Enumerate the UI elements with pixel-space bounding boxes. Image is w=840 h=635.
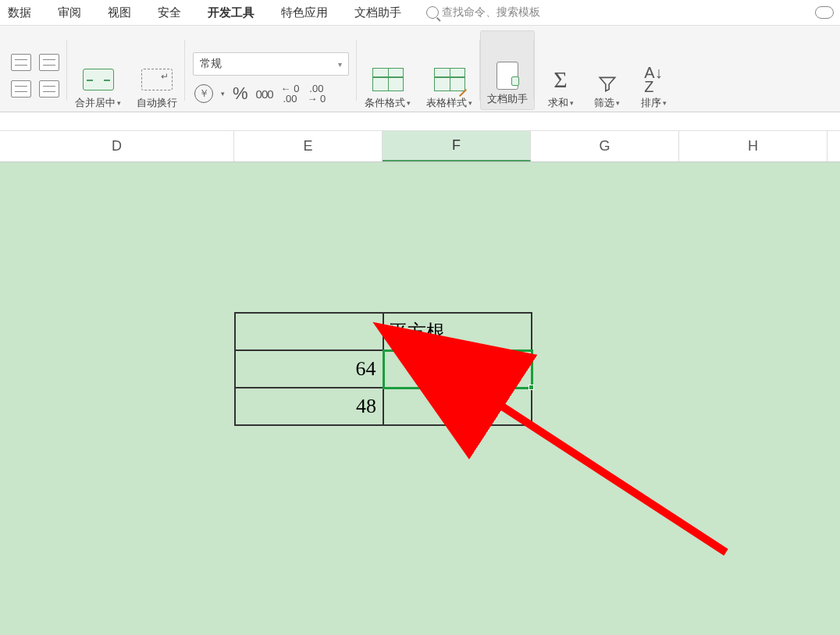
doc-helper-button: 文档助手 [487, 92, 528, 106]
sort-group: A↓Z 排序▾ [628, 30, 679, 110]
cell-e-row2[interactable]: 48 [235, 388, 383, 425]
menu-data[interactable]: 数据 [3, 2, 36, 23]
table-row: 平方根 [235, 313, 532, 350]
table-row: 64 [235, 350, 532, 388]
increase-indent-button[interactable] [39, 54, 59, 71]
column-header-row: D E F G H [0, 131, 840, 162]
cell-f-row1-selected[interactable] [383, 350, 532, 388]
column-header-h[interactable]: H [679, 131, 828, 161]
menu-security[interactable]: 安全 [153, 2, 186, 23]
merge-group: 合并居中▾ [67, 30, 129, 110]
sort-button[interactable]: 排序▾ [641, 96, 667, 110]
data-table: 平方根 64 48 [234, 312, 533, 426]
cond-format-group: 条件格式▾ [357, 30, 418, 110]
table-style-group: 表格样式▾ [418, 30, 480, 110]
number-format-value: 常规 [200, 57, 222, 71]
column-header-e[interactable]: E [234, 131, 383, 161]
cell-e-row1[interactable]: 64 [235, 350, 383, 388]
funnel-icon[interactable] [597, 74, 618, 94]
decrease-indent-button[interactable] [11, 54, 31, 71]
menu-view[interactable]: 视图 [103, 2, 136, 23]
conditional-format-button[interactable]: 条件格式▾ [365, 96, 411, 110]
indent-group [3, 30, 67, 110]
cell-e-header[interactable] [235, 313, 383, 350]
table-style-icon[interactable] [432, 65, 468, 94]
increase-decimal-button[interactable]: ← 0.00 [281, 83, 300, 104]
column-header-f[interactable]: F [383, 131, 531, 161]
filter-button[interactable]: 筛选▾ [594, 96, 620, 110]
wrap-group: 自动换行 [129, 30, 185, 110]
merge-center-button[interactable]: 合并居中▾ [75, 96, 121, 110]
chevron-down-icon: ▾ [338, 60, 342, 69]
merge-center-icon[interactable] [80, 65, 116, 94]
number-format-select[interactable]: 常规 ▾ [193, 52, 349, 76]
spreadsheet-area[interactable]: 平方根 64 48 [0, 162, 840, 635]
sum-group: Σ 求和▾ [535, 30, 586, 110]
column-header-tail[interactable] [828, 131, 840, 161]
filter-group: 筛选▾ [586, 30, 628, 110]
menu-bar: 数据 审阅 视图 安全 开发工具 特色应用 文档助手 查找命令、搜索模板 [0, 0, 840, 25]
sum-button[interactable]: 求和▾ [548, 96, 574, 110]
cloud-sync-icon[interactable] [815, 6, 834, 19]
wrap-text-icon[interactable] [139, 65, 175, 94]
column-header-g[interactable]: G [531, 131, 679, 161]
thousands-sep-button[interactable]: 000 [256, 87, 273, 101]
currency-dropdown-caret[interactable]: ▾ [221, 90, 225, 98]
table-row: 48 [235, 388, 532, 425]
decrease-decimal-button[interactable]: .00→ 0 [307, 83, 326, 104]
conditional-format-icon[interactable] [370, 65, 406, 94]
formula-bar-area [0, 112, 840, 131]
search-placeholder: 查找命令、搜索模板 [442, 5, 540, 20]
sort-icon[interactable]: A↓Z [635, 65, 671, 94]
menu-special-apps[interactable]: 特色应用 [276, 2, 333, 23]
menu-dev-tools[interactable]: 开发工具 [203, 2, 259, 23]
doc-helper-group[interactable]: 文档助手 [480, 30, 535, 110]
ribbon-toolbar: 合并居中▾ 自动换行 常规 ▾ ￥ ▾ % 000 ← 0.00 .00→ 0 … [0, 25, 840, 112]
currency-format-button[interactable]: ￥ [194, 84, 213, 103]
percent-format-button[interactable]: % [233, 83, 248, 104]
search-icon [426, 6, 439, 19]
wrap-text-button[interactable]: 自动换行 [137, 96, 177, 110]
cell-f-header[interactable]: 平方根 [383, 313, 532, 350]
menu-doc-helper[interactable]: 文档助手 [350, 2, 406, 23]
sigma-icon[interactable]: Σ [543, 65, 578, 94]
doc-helper-icon [489, 61, 525, 90]
fill-handle[interactable] [529, 385, 534, 390]
menu-review[interactable]: 审阅 [53, 2, 86, 23]
table-style-button[interactable]: 表格样式▾ [426, 96, 472, 110]
column-header-d[interactable]: D [0, 131, 234, 161]
align-left-button[interactable] [11, 80, 31, 98]
cell-f-row2[interactable] [383, 388, 532, 425]
search-box[interactable]: 查找命令、搜索模板 [426, 5, 540, 20]
align-distribute-button[interactable] [39, 80, 59, 98]
number-format-group: 常规 ▾ ￥ ▾ % 000 ← 0.00 .00→ 0 [185, 30, 357, 110]
